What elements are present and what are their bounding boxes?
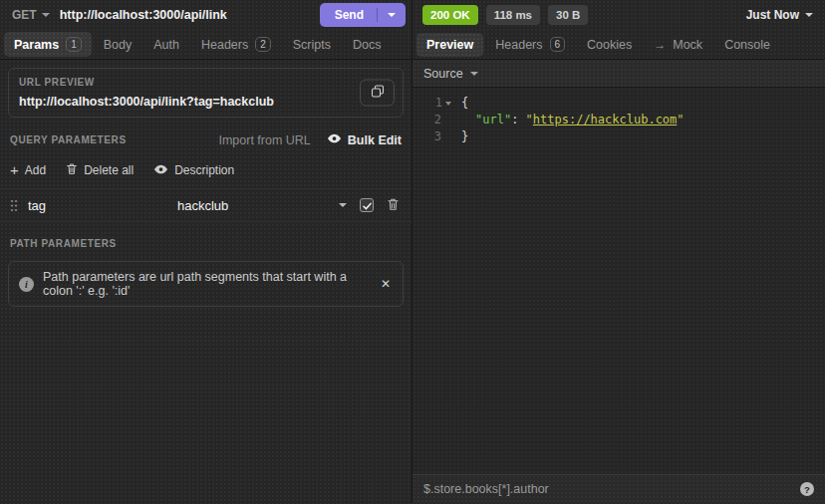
- delete-all-params-button[interactable]: Delete all: [66, 162, 134, 178]
- line-number: 1: [435, 95, 442, 112]
- url-preview-heading: URL PREVIEW: [19, 77, 393, 88]
- copy-icon: [371, 85, 385, 102]
- tab-preview[interactable]: Preview: [416, 33, 483, 57]
- toggle-description-button[interactable]: Description: [153, 163, 234, 178]
- copy-url-button[interactable]: [360, 80, 395, 107]
- api-client-window: GET http://localhost:3000/api/link Send …: [0, 0, 825, 504]
- bulk-edit-toggle[interactable]: Bulk Edit: [327, 132, 402, 147]
- help-icon[interactable]: ?: [800, 482, 814, 496]
- json-open-brace: {: [461, 96, 468, 110]
- tab-scripts[interactable]: Scripts: [283, 33, 341, 57]
- params-count-badge: 1: [66, 37, 82, 52]
- line-number: 2: [434, 112, 441, 128]
- query-params-toolbar: + Add Delete all Description: [8, 160, 404, 188]
- arrow-right-icon: →: [654, 38, 666, 52]
- response-history-label: Just Now: [746, 8, 799, 22]
- tab-params[interactable]: Params 1: [4, 32, 92, 57]
- url-input[interactable]: http://localhost:3000/api/link: [60, 8, 320, 22]
- eye-icon: [327, 132, 342, 147]
- code-text: {: [454, 95, 468, 112]
- response-meta-bar: 200 OK 118 ms 30 B Just Now: [412, 0, 825, 30]
- query-params-actions: Import from URL Bulk Edit: [218, 132, 402, 147]
- line-number-gutter: 1: [412, 95, 454, 112]
- tab-mock-label: Mock: [673, 38, 702, 52]
- response-history-select[interactable]: Just Now: [746, 8, 813, 22]
- response-panel: Source 1 { 2 "url": "https://hackcl: [412, 60, 825, 503]
- code-text: "url": "https://hackclub.com": [454, 112, 685, 128]
- tab-body[interactable]: Body: [94, 33, 142, 57]
- query-params-heading: QUERY PARAMETERS: [10, 134, 127, 145]
- url-preview-box: URL PREVIEW http://localhost:3000/api/li…: [8, 68, 404, 118]
- tab-body-label: Body: [104, 38, 133, 52]
- tab-headers-label: Headers: [201, 38, 248, 52]
- delete-param-button[interactable]: [387, 197, 400, 214]
- line-number: 3: [434, 128, 441, 145]
- json-url-link[interactable]: https://hackclub.com: [533, 113, 678, 126]
- main-split: URL PREVIEW http://localhost:3000/api/li…: [0, 60, 825, 503]
- tab-auth[interactable]: Auth: [143, 33, 189, 57]
- add-param-label: Add: [25, 163, 46, 177]
- source-select-label: Source: [423, 67, 463, 81]
- add-param-button[interactable]: + Add: [10, 163, 46, 177]
- json-key: "url": [475, 113, 511, 126]
- tab-console-label: Console: [724, 38, 770, 52]
- drag-handle-icon[interactable]: [10, 199, 18, 212]
- json-quote: ": [526, 113, 533, 126]
- line-number-gutter: 3: [412, 128, 454, 145]
- import-from-url-button[interactable]: Import from URL: [218, 133, 310, 147]
- tab-headers[interactable]: Headers 2: [191, 32, 281, 57]
- path-params-info-box: i Path parameters are url path segments …: [8, 261, 404, 307]
- bulk-edit-label: Bulk Edit: [348, 133, 402, 147]
- status-badge: 200 OK: [422, 5, 478, 25]
- json-quote: ": [677, 113, 684, 126]
- param-options-button[interactable]: [339, 203, 347, 207]
- json-colon: :: [511, 113, 525, 126]
- http-method-label: GET: [12, 8, 37, 22]
- chevron-down-icon: [805, 13, 813, 17]
- code-line: 3 }: [412, 128, 825, 145]
- source-select[interactable]: Source: [412, 60, 825, 88]
- eye-icon: [153, 163, 168, 178]
- param-name-input[interactable]: tag: [28, 198, 177, 213]
- plus-icon: +: [10, 165, 19, 175]
- param-row-tag: tag hackclub: [0, 188, 412, 222]
- send-button-label: Send: [320, 8, 377, 22]
- path-params-heading: PATH PARAMETERS: [8, 238, 404, 249]
- code-line: 1 {: [412, 95, 825, 112]
- tab-cookies[interactable]: Cookies: [577, 33, 642, 57]
- tab-scripts-label: Scripts: [293, 38, 331, 52]
- tab-docs-label: Docs: [353, 38, 381, 52]
- param-value-input[interactable]: hackclub: [177, 198, 339, 213]
- url-preview-value: http://localhost:3000/api/link?tag=hackc…: [19, 95, 393, 109]
- tab-response-headers[interactable]: Headers 6: [485, 32, 575, 57]
- tab-docs[interactable]: Docs: [343, 33, 391, 57]
- size-badge: 30 B: [548, 5, 588, 25]
- send-button[interactable]: Send: [320, 3, 406, 27]
- trash-icon: [66, 162, 78, 178]
- chevron-down-icon: [42, 13, 50, 17]
- tab-mock[interactable]: → Mock: [644, 33, 712, 57]
- response-headers-count-badge: 6: [550, 37, 566, 52]
- jsonpath-filter-input[interactable]: [423, 482, 792, 496]
- code-line: 2 "url": "https://hackclub.com": [412, 112, 825, 128]
- chevron-down-icon: [470, 72, 478, 76]
- send-options-button[interactable]: [378, 13, 406, 17]
- code-text: }: [454, 128, 468, 145]
- http-method-select[interactable]: GET: [12, 8, 50, 22]
- response-tabs: Preview Headers 6 Cookies → Mock Console: [412, 30, 825, 59]
- tab-console[interactable]: Console: [714, 33, 780, 57]
- chevron-down-icon: [339, 203, 347, 207]
- response-filter-bar: ?: [412, 474, 825, 503]
- param-enabled-checkbox[interactable]: [360, 198, 374, 212]
- fold-chevron-icon[interactable]: [445, 102, 451, 106]
- top-bar: GET http://localhost:3000/api/link Send …: [0, 0, 825, 30]
- request-tabs: Params 1 Body Auth Headers 2 Scripts Doc…: [0, 30, 412, 59]
- chevron-down-icon: [388, 13, 396, 17]
- response-body-viewer[interactable]: 1 { 2 "url": "https://hackclub.com" 3: [412, 88, 825, 474]
- line-number-gutter: 2: [412, 112, 454, 128]
- request-url-bar: GET http://localhost:3000/api/link Send: [0, 0, 412, 30]
- tab-cookies-label: Cookies: [587, 38, 632, 52]
- tab-auth-label: Auth: [153, 38, 179, 52]
- info-icon: i: [19, 277, 34, 292]
- dismiss-info-button[interactable]: ✕: [379, 277, 393, 291]
